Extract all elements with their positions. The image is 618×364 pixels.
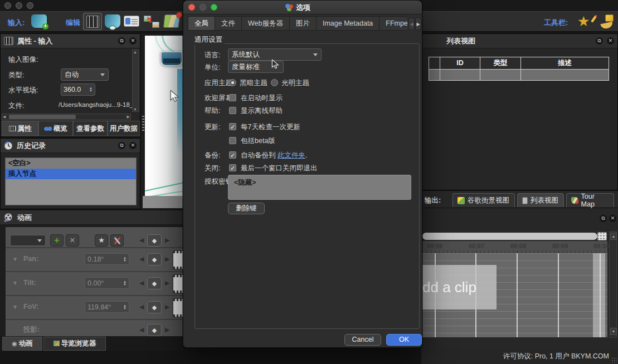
beta-checkbox[interactable] bbox=[229, 137, 236, 144]
cancel-button[interactable]: Cancel bbox=[344, 334, 381, 346]
add-keyframe-button[interactable]: + bbox=[50, 234, 64, 247]
spinner-arrows-icon[interactable]: ▲▼ bbox=[89, 87, 93, 92]
resize-grip[interactable] bbox=[611, 357, 617, 363]
scroll-up-icon[interactable]: ▲ bbox=[133, 50, 137, 54]
tab-animation[interactable]: ◉动画 bbox=[2, 337, 42, 351]
column-header-id[interactable]: ID bbox=[440, 57, 480, 70]
scroll-left-icon[interactable]: ◀ bbox=[3, 115, 6, 119]
pan-spinner[interactable]: 0.18°▲▼ bbox=[85, 253, 129, 265]
scroll-down-icon[interactable]: ▼ bbox=[133, 107, 137, 111]
column-header-description[interactable]: 描述 bbox=[520, 57, 609, 70]
dialog-tab-global[interactable]: 全局 bbox=[188, 16, 215, 31]
ok-button[interactable]: OK bbox=[386, 334, 422, 346]
close-checkbox-checked[interactable]: ✓ bbox=[229, 164, 236, 171]
timeline-grid[interactable]: dd a clip bbox=[422, 253, 607, 337]
window-close-button[interactable] bbox=[4, 2, 11, 9]
type-dropdown[interactable]: 自动 bbox=[61, 68, 109, 81]
skin-editor-star-icon[interactable]: ★ bbox=[577, 13, 594, 29]
tab-google-street-view[interactable]: 谷歌街景视图 bbox=[452, 193, 515, 207]
tab-user-data[interactable]: 用户数据 bbox=[108, 121, 140, 136]
close-panel-icon[interactable]: ✕ bbox=[609, 215, 616, 222]
scroll-up-icon[interactable]: ▲ bbox=[610, 233, 617, 240]
add-clip-placeholder[interactable]: dd a clip bbox=[422, 265, 497, 309]
horizontal-scrollbar[interactable]: ◀▶ bbox=[2, 114, 131, 120]
dialog-tab-images[interactable]: 图片 bbox=[289, 16, 317, 31]
float-panel-icon[interactable]: ⧉ bbox=[596, 37, 603, 45]
tab-overview[interactable]: 概览 bbox=[38, 121, 73, 136]
history-item[interactable]: <空白> bbox=[6, 158, 136, 169]
tab-scroll-right-icon[interactable]: ▶ bbox=[415, 18, 421, 30]
tilt-track-filmstrip[interactable] bbox=[173, 274, 184, 293]
dialog-close-button[interactable] bbox=[188, 4, 195, 11]
prev-keyframe-icon[interactable]: ◀ bbox=[139, 326, 144, 333]
tools-button[interactable] bbox=[110, 234, 124, 247]
keyframe-diamond-button[interactable]: ◆ bbox=[147, 253, 162, 265]
next-keyframe-icon[interactable]: ▶ bbox=[165, 255, 169, 263]
vertical-scrollbar[interactable]: ▲▼ bbox=[132, 50, 139, 112]
window-zoom-button[interactable] bbox=[27, 2, 33, 9]
tab-tour-browser[interactable]: 导览浏览器 bbox=[43, 337, 106, 351]
table-row[interactable] bbox=[520, 69, 609, 81]
window-minimize-button[interactable] bbox=[16, 2, 22, 9]
tab-list-view[interactable]: 列表视图 bbox=[517, 193, 564, 207]
welcome-checkbox[interactable] bbox=[229, 94, 236, 101]
spinner-arrows-icon[interactable]: ▲▼ bbox=[123, 257, 126, 262]
scroll-right-icon[interactable]: ▶ bbox=[127, 115, 130, 119]
panorama-thumbnail[interactable] bbox=[160, 51, 183, 66]
viewing-parameters-icon[interactable] bbox=[105, 14, 120, 28]
close-panel-icon[interactable]: ✕ bbox=[129, 37, 137, 45]
table-row[interactable] bbox=[429, 69, 440, 81]
timeline-vertical-scrollbar[interactable]: ▲ ▼ bbox=[609, 231, 617, 338]
spinner-arrows-icon[interactable]: ▲▼ bbox=[123, 281, 126, 286]
prev-keyframe-icon[interactable]: ◀ bbox=[139, 303, 144, 311]
backup-checkbox-checked[interactable]: ✓ bbox=[229, 151, 236, 159]
tab-view-parameters[interactable]: 查看参数 bbox=[73, 121, 108, 136]
column-header-blank[interactable] bbox=[429, 57, 440, 70]
delete-keyframe-button[interactable]: ✕ bbox=[66, 234, 79, 247]
tilt-spinner[interactable]: 0.00°▲▼ bbox=[85, 277, 129, 289]
column-header-type[interactable]: 类型 bbox=[480, 57, 521, 70]
expand-triangle-icon[interactable]: ▼ bbox=[12, 304, 18, 310]
timeline-ruler[interactable]: 00:06 00:07 00:08 00:09 00:10 bbox=[422, 241, 607, 253]
light-theme-radio[interactable] bbox=[271, 79, 278, 86]
tab-scroll-left-icon[interactable]: ◀ bbox=[408, 18, 415, 30]
viewer-area[interactable] bbox=[140, 33, 184, 209]
tab-tour-map[interactable]: Tour Map bbox=[566, 193, 614, 207]
dialog-zoom-button[interactable] bbox=[211, 4, 217, 11]
prev-keyframe-icon[interactable]: ◀ bbox=[139, 279, 144, 287]
backup-folder-link[interactable]: 此文件夹 bbox=[278, 151, 305, 159]
tour-browser-icon[interactable]: ↯ bbox=[144, 14, 159, 28]
pan-track-filmstrip[interactable] bbox=[173, 250, 184, 269]
close-panel-icon[interactable]: ✕ bbox=[607, 37, 614, 45]
scroll-down-icon[interactable]: ▼ bbox=[610, 328, 617, 335]
close-panel-icon[interactable]: ✕ bbox=[129, 142, 137, 149]
add-panorama-icon[interactable]: + bbox=[31, 14, 47, 28]
dialog-tab-files[interactable]: 文件 bbox=[215, 16, 242, 31]
viewer-panel-button-selected[interactable] bbox=[83, 13, 102, 30]
map-icon[interactable] bbox=[163, 14, 181, 28]
scrollbar-grip[interactable] bbox=[597, 232, 607, 240]
spinner-arrows-icon[interactable]: ▲▼ bbox=[123, 304, 126, 310]
keyframe-diamond-button[interactable]: ◆ bbox=[147, 301, 162, 313]
fov-spinner[interactable]: 119.84°▲▼ bbox=[85, 301, 129, 313]
next-keyframe-icon[interactable]: ▶ bbox=[165, 326, 169, 333]
float-panel-icon[interactable]: ⧉ bbox=[118, 37, 125, 45]
animation-preset-dropdown[interactable] bbox=[10, 235, 46, 246]
user-data-card-icon[interactable] bbox=[124, 16, 139, 27]
dialog-tab-image-metadata[interactable]: Image Metadata bbox=[316, 16, 379, 31]
next-keyframe-icon[interactable]: ▶ bbox=[165, 237, 169, 244]
next-keyframe-icon[interactable]: ▶ bbox=[165, 279, 169, 287]
expand-triangle-icon[interactable]: ▼ bbox=[12, 256, 18, 262]
panorama-preview[interactable] bbox=[145, 36, 184, 198]
prev-keyframe-icon[interactable]: ◀ bbox=[139, 255, 144, 263]
history-item-selected[interactable]: 插入节点 bbox=[6, 169, 136, 179]
keyframe-diamond-button[interactable]: ◆ bbox=[147, 277, 162, 289]
splitter-handle[interactable] bbox=[142, 116, 144, 131]
next-keyframe-icon[interactable]: ▶ bbox=[165, 303, 169, 311]
table-row[interactable] bbox=[480, 69, 521, 81]
hfov-spinner[interactable]: 360.0▲▼ bbox=[61, 83, 95, 96]
dialog-minimize-button[interactable] bbox=[199, 4, 206, 11]
scroll-thumb[interactable] bbox=[9, 115, 76, 119]
fov-track-filmstrip[interactable] bbox=[173, 298, 184, 317]
star-button[interactable]: ★ bbox=[95, 234, 108, 247]
